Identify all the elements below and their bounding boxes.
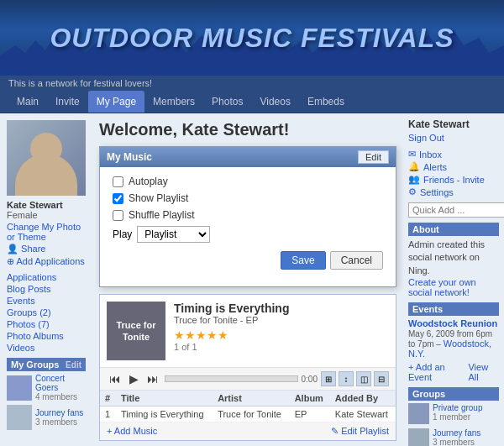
right-group-name-0[interactable]: Private group <box>433 403 482 412</box>
nav-videos[interactable]: Videos <box>251 91 298 113</box>
player-icon-2[interactable]: ↕ <box>339 371 354 386</box>
nav-main[interactable]: Main <box>8 91 47 113</box>
track-title: Timing is Everything <box>174 302 389 315</box>
nav-photos[interactable]: Photos <box>203 91 251 113</box>
player-right-icons: ⊞ ↕ ◫ ⊟ <box>321 371 389 386</box>
player-controls: ⏮ ▶ ⏭ 0:00 ⊞ ↕ ◫ ⊟ <box>100 368 396 391</box>
create-network-link[interactable]: Create your own social network! <box>408 277 499 297</box>
track-count: 1 of 1 <box>174 342 389 352</box>
player-icon-4[interactable]: ⊟ <box>374 371 389 386</box>
skip-back-button[interactable]: ⏮ <box>107 371 123 386</box>
track-subtitle: Truce for Tonite - EP <box>174 315 389 325</box>
nav-bar: Main Invite My Page Members Photos Video… <box>0 91 504 113</box>
save-button[interactable]: Save <box>281 251 325 270</box>
sidebar-blog-posts[interactable]: Blog Posts <box>7 284 86 294</box>
quick-add-section: ▼ <box>408 202 499 218</box>
right-user-name: Kate Stewart <box>408 118 499 130</box>
track-stars[interactable]: ★★★★★ <box>174 328 389 342</box>
cancel-button[interactable]: Cancel <box>330 251 383 270</box>
skip-forward-button[interactable]: ⏭ <box>144 371 161 386</box>
track-artist-cell[interactable]: Truce for Tonite <box>213 407 290 422</box>
player-icon-1[interactable]: ⊞ <box>321 371 336 386</box>
edit-playlist-link[interactable]: ✎ Edit Playlist <box>331 426 389 437</box>
envelope-icon: ✉ <box>408 149 416 160</box>
modal-edit-button[interactable]: Edit <box>358 150 389 164</box>
track-num: 1 <box>100 407 116 422</box>
autoplay-checkbox[interactable] <box>113 176 123 187</box>
show-playlist-checkbox[interactable] <box>113 193 123 204</box>
modal-title: My Music <box>107 151 152 163</box>
sidebar-videos[interactable]: Videos <box>7 343 86 353</box>
sidebar-photos[interactable]: Photos (7) <box>7 319 86 329</box>
sidebar-groups[interactable]: Groups (2) <box>7 307 86 317</box>
show-playlist-label: Show Playlist <box>129 192 188 204</box>
add-event-link[interactable]: + Add an Event <box>408 362 468 382</box>
col-added-by: Added By <box>330 391 396 407</box>
sidebar-events[interactable]: Events <box>7 296 86 306</box>
main-layout: Kate Stewart Female Change My Photo or T… <box>0 113 504 446</box>
album-info: Timing is Everything Truce for Tonite - … <box>174 302 389 360</box>
right-group-name-1[interactable]: Journey fans <box>433 428 480 438</box>
col-artist: Artist <box>213 391 290 407</box>
share-icon: 👤 <box>7 244 21 254</box>
shuffle-playlist-checkbox[interactable] <box>113 210 123 221</box>
autoplay-label: Autoplay <box>129 176 168 187</box>
play-select[interactable]: Playlist Random Sequential <box>137 226 210 243</box>
right-group-thumb-1 <box>408 428 429 446</box>
events-section: Events Woodstock Reunion May 6, 2009 fro… <box>408 302 499 382</box>
nav-invite[interactable]: Invite <box>47 91 88 113</box>
track-title-cell[interactable]: Timing is Everything <box>116 407 213 422</box>
event-actions: + Add an Event View All <box>408 362 499 382</box>
change-photo-link[interactable]: Change My Photo or Theme <box>7 222 86 242</box>
nav-members[interactable]: Members <box>144 91 203 113</box>
modal-header: My Music Edit <box>100 147 396 167</box>
about-section: About Admin created this social network … <box>408 223 499 297</box>
groups-section: Groups Private group 1 member Journey fa… <box>408 387 499 446</box>
profile-photo <box>7 120 86 196</box>
album-row: Truce forTonite Timing is Everything Tru… <box>100 295 396 368</box>
alerts-link[interactable]: 🔔 Alerts <box>408 161 499 172</box>
sign-out-link[interactable]: Sign Out <box>408 133 444 143</box>
play-label: Play <box>113 228 132 240</box>
share-link[interactable]: 👤 Share <box>7 244 86 254</box>
col-title: Title <box>116 391 213 407</box>
time-elapsed: 0:00 <box>302 375 318 384</box>
right-group-members-0: 1 member <box>433 412 482 422</box>
show-playlist-row: Show Playlist <box>113 192 383 204</box>
groups-title: Groups <box>408 387 499 401</box>
play-button[interactable]: ▶ <box>127 371 141 386</box>
gear-icon: ⚙ <box>408 186 417 197</box>
track-table-header: # Title Artist Album Added By <box>100 391 396 407</box>
add-music-link[interactable]: + Add Music <box>107 426 157 437</box>
nav-embeds[interactable]: Embeds <box>299 91 353 113</box>
progress-bar[interactable] <box>165 375 298 382</box>
quick-add-input[interactable] <box>408 202 504 218</box>
header-banner: OUTDOOR MUSIC FESTIVALS <box>0 0 504 76</box>
my-groups-edit[interactable]: Edit <box>66 360 81 370</box>
my-music-modal: My Music Edit Autoplay Show Playlist Shu… <box>99 146 396 287</box>
player-icon-3[interactable]: ◫ <box>356 371 371 386</box>
right-group-0: Private group 1 member <box>408 403 499 424</box>
sidebar-applications[interactable]: Applications <box>7 272 86 282</box>
right-group-members-1: 3 members <box>433 438 480 446</box>
play-row: Play Playlist Random Sequential <box>113 226 383 243</box>
bell-icon: 🔔 <box>408 161 420 172</box>
event-0-link[interactable]: Woodstock Reunion <box>408 318 499 328</box>
welcome-title: Welcome, Kate Stewart! <box>99 120 396 139</box>
site-title: OUTDOOR MUSIC FESTIVALS <box>50 23 454 54</box>
settings-link[interactable]: ⚙ Settings <box>408 186 499 197</box>
group-name-1[interactable]: Journey fans <box>35 408 83 417</box>
track-table: # Title Artist Album Added By 1 Timing i… <box>100 391 396 422</box>
col-album: Album <box>290 391 330 407</box>
view-all-link[interactable]: View All <box>468 362 499 382</box>
nav-mypage[interactable]: My Page <box>88 91 144 113</box>
inbox-link[interactable]: ✉ Inbox <box>408 149 499 160</box>
group-name-0[interactable]: Concert Goers <box>35 374 86 392</box>
my-groups-header: My Groups Edit <box>7 358 86 371</box>
friends-link[interactable]: 👥 Friends - Invite <box>408 174 499 185</box>
add-applications-link[interactable]: ⊕ Add Applications <box>7 256 86 267</box>
sidebar-group-0: Concert Goers 4 members <box>7 374 86 401</box>
track-row: 1 Timing is Everything Truce for Tonite … <box>100 407 396 422</box>
about-text: Admin created this social network on Nin… <box>408 239 499 277</box>
sidebar-photo-albums[interactable]: Photo Albums <box>7 331 86 341</box>
